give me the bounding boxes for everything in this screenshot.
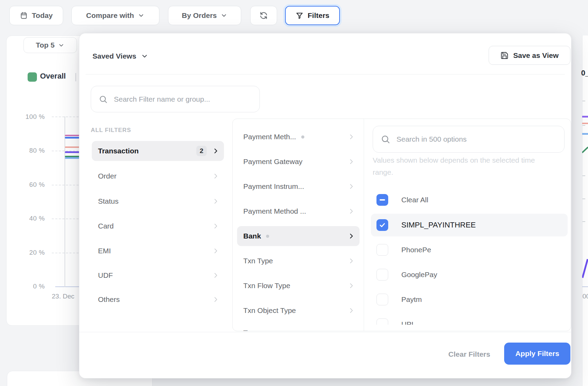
filter-label: Payment Meth... bbox=[243, 133, 296, 141]
by-orders-button[interactable]: By Orders bbox=[168, 6, 241, 25]
values-hint: Values shown below depends on the select… bbox=[373, 154, 554, 178]
option-googlepay[interactable]: GooglePay bbox=[371, 263, 568, 286]
compare-with-label: Compare with bbox=[86, 11, 134, 20]
group-status[interactable]: Status bbox=[92, 191, 224, 211]
calendar-icon bbox=[20, 11, 28, 20]
filter-payment-method[interactable]: Payment Meth... bbox=[237, 127, 360, 147]
all-filters-label: ALL FILTERS bbox=[91, 127, 131, 134]
top5-label: Top 5 bbox=[36, 41, 55, 49]
group-card[interactable]: Card bbox=[92, 216, 224, 236]
filter-search-input[interactable] bbox=[113, 95, 252, 104]
option-clear-all[interactable]: Clear All bbox=[371, 189, 568, 211]
values-search[interactable] bbox=[373, 126, 565, 153]
checkbox-unchecked-icon[interactable] bbox=[376, 318, 388, 325]
chevron-down-icon bbox=[58, 42, 65, 49]
group-transaction[interactable]: Transaction 2 bbox=[92, 141, 224, 161]
save-as-view-button[interactable]: Save as View bbox=[489, 46, 570, 65]
option-label: Paytm bbox=[401, 295, 422, 304]
y-tick-100: 100 % bbox=[23, 113, 45, 121]
today-button[interactable]: Today bbox=[9, 6, 63, 25]
group-label: Order bbox=[98, 172, 117, 180]
chevron-right-icon bbox=[212, 223, 219, 230]
option-upi[interactable]: UPI bbox=[371, 313, 568, 325]
today-label: Today bbox=[32, 11, 52, 20]
option-label: UPI bbox=[401, 320, 413, 325]
chevron-right-icon bbox=[212, 272, 219, 279]
filters-label: Filters bbox=[307, 11, 329, 20]
group-label: Transaction bbox=[98, 147, 139, 155]
refresh-icon bbox=[259, 11, 268, 20]
chevron-right-icon bbox=[348, 158, 355, 165]
y-tick-80: 80 % bbox=[23, 147, 45, 154]
filters-button[interactable]: Filters bbox=[285, 6, 340, 25]
top5-dropdown[interactable]: Top 5 bbox=[23, 37, 77, 53]
saved-views-label: Saved Views bbox=[92, 52, 136, 60]
legend-swatch-overall bbox=[28, 72, 37, 82]
legend-next-item-clipped bbox=[75, 73, 76, 81]
chevron-right-icon bbox=[212, 296, 219, 303]
footer-divider bbox=[79, 332, 571, 332]
filter-label: Payment Gateway bbox=[243, 158, 303, 166]
group-label: Others bbox=[98, 295, 120, 304]
saved-views-dropdown[interactable]: Saved Views bbox=[92, 51, 148, 62]
values-search-input[interactable] bbox=[396, 135, 557, 144]
option-label: SIMPL_PAYINTHREE bbox=[401, 221, 476, 230]
y-tick-60: 60 % bbox=[23, 181, 45, 189]
search-icon bbox=[99, 95, 108, 104]
save-icon bbox=[500, 51, 509, 60]
group-label: UDF bbox=[98, 271, 113, 280]
filters-modal: Saved Views Save as View ALL FILTERS Tra… bbox=[79, 33, 571, 378]
save-as-view-label: Save as View bbox=[513, 51, 559, 60]
chevron-right-icon bbox=[212, 198, 219, 205]
group-label: EMI bbox=[98, 247, 111, 255]
group-order[interactable]: Order bbox=[92, 166, 224, 186]
filter-search[interactable] bbox=[91, 86, 260, 112]
legend-label-overall: Overall bbox=[40, 72, 66, 81]
checkbox-unchecked-icon[interactable] bbox=[376, 294, 388, 305]
refresh-button[interactable] bbox=[250, 6, 277, 25]
checkbox-unchecked-icon[interactable] bbox=[376, 269, 388, 281]
group-label: Card bbox=[98, 222, 114, 230]
compare-with-button[interactable]: Compare with bbox=[71, 6, 159, 25]
filter-label: Txn ... bbox=[243, 329, 263, 331]
x-tick-date: 23. Dec bbox=[52, 293, 74, 300]
group-others[interactable]: Others bbox=[92, 290, 224, 309]
count-badge: 2 bbox=[196, 146, 207, 156]
active-dot bbox=[301, 135, 304, 139]
group-label: Status bbox=[98, 197, 119, 205]
apply-filters-button[interactable]: Apply Filters bbox=[504, 343, 570, 365]
by-orders-label: By Orders bbox=[182, 11, 217, 20]
header-divider bbox=[86, 74, 565, 74]
y-tick-40: 40 % bbox=[23, 215, 45, 222]
checkbox-unchecked-icon[interactable] bbox=[376, 244, 388, 256]
filter-funnel-icon bbox=[295, 11, 304, 20]
filters-panel: Payment Meth... Payment Gateway Payment … bbox=[232, 119, 571, 331]
y-axis-line bbox=[65, 116, 65, 287]
group-emi[interactable]: EMI bbox=[92, 241, 224, 261]
chevron-down-icon bbox=[220, 12, 227, 19]
checkbox-checked-icon[interactable] bbox=[376, 219, 388, 231]
option-label: PhonePe bbox=[401, 246, 431, 254]
clear-filters-button[interactable]: Clear Filters bbox=[442, 345, 497, 364]
y-tick-0: 0 % bbox=[23, 283, 45, 290]
chevron-right-icon bbox=[212, 148, 219, 154]
chevron-down-icon bbox=[141, 52, 148, 60]
right-card-x-tick: 00 bbox=[582, 293, 588, 300]
chevron-right-icon bbox=[212, 247, 219, 254]
page: Today Compare with By Orders Filters Top… bbox=[0, 0, 588, 386]
search-icon bbox=[381, 134, 390, 144]
checkbox-indeterminate-icon[interactable] bbox=[376, 194, 388, 206]
chevron-right-icon bbox=[348, 133, 355, 140]
chevron-right-icon bbox=[212, 173, 219, 180]
option-simpl-payinthree[interactable]: SIMPL_PAYINTHREE bbox=[371, 214, 568, 236]
option-label: GooglePay bbox=[401, 271, 437, 279]
values-list: Clear All SIMPL_PAYINTHREE PhonePe Googl… bbox=[233, 184, 571, 325]
y-tick-20: 20 % bbox=[23, 249, 45, 256]
right-chart-sliver bbox=[582, 35, 588, 386]
option-phonepe[interactable]: PhonePe bbox=[371, 238, 568, 261]
group-udf[interactable]: UDF bbox=[92, 265, 224, 285]
option-label: Clear All bbox=[401, 196, 428, 204]
chevron-down-icon bbox=[138, 12, 145, 19]
option-paytm[interactable]: Paytm bbox=[371, 288, 568, 311]
filter-payment-gateway[interactable]: Payment Gateway bbox=[237, 152, 360, 172]
